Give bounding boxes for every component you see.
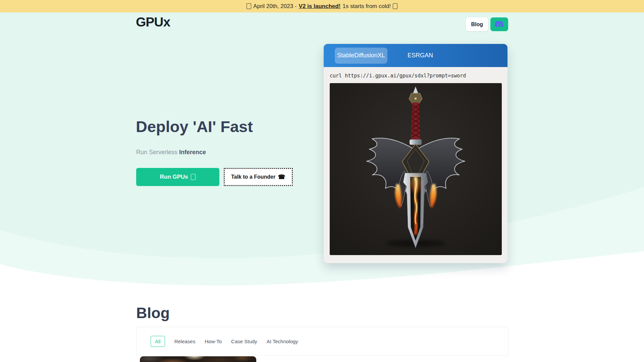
generated-sword-image [330,83,502,255]
blog-filter-bar: All Releases How-To Case Study AI Techno… [136,327,508,356]
filter-ai-technology[interactable]: AI Technology [267,339,298,344]
header-actions: Blog [466,17,508,31]
demo-card-body: curl https://i.gpux.ai/gpux/sdxl?prompt=… [324,67,507,255]
demo-card-tabs: StableDiffusionXL ESRGAN [324,44,507,67]
curl-command: curl https://i.gpux.ai/gpux/sdxl?prompt=… [330,73,501,79]
party-emoji-tofu-icon [247,3,251,9]
hero-background-curves [0,0,644,362]
banner-text-suffix: 1s starts from cold! [342,3,391,10]
hero-subtitle: Run Serverless Inference [136,149,206,156]
announcement-banner: April 20th, 2023 - V2 is launched! 1s st… [0,0,644,12]
tab-esrgan[interactable]: ESRGAN [400,52,440,59]
discord-button[interactable] [490,17,508,31]
filter-case-study[interactable]: Case Study [231,339,257,344]
talk-to-founder-button[interactable]: Talk to a Founder ☎ [224,168,293,186]
blog-button[interactable]: Blog [466,17,488,31]
rocket-emoji-tofu-icon [191,174,196,180]
talk-to-founder-label: Talk to a Founder [231,174,275,180]
hero-cta-row: Run GPUs Talk to a Founder ☎ [136,168,293,186]
filter-how-to[interactable]: How-To [205,339,222,344]
party-emoji-tofu-icon [393,3,397,9]
banner-text-prefix: April 20th, 2023 - [253,3,297,10]
discord-icon [495,21,504,28]
hero-title: Deploy 'AI' Fast [136,117,253,136]
tab-stablediffusionxl[interactable]: StableDiffusionXL [335,48,387,64]
v2-launched-link[interactable]: V2 is launched! [299,3,341,10]
gpux-landing-page: April 20th, 2023 - V2 is launched! 1s st… [0,0,644,362]
inference-demo-card: StableDiffusionXL ESRGAN curl https://i.… [324,44,507,263]
run-gpus-label: Run GPUs [160,174,188,180]
run-gpus-button[interactable]: Run GPUs [136,168,219,186]
gpux-logo[interactable]: GPUx [136,15,170,29]
filter-releases[interactable]: Releases [174,339,196,344]
telephone-icon: ☎ [278,173,285,181]
blog-section-title: Blog [136,304,170,322]
filter-all[interactable]: All [151,336,165,347]
hero-subtitle-bold: Inference [179,149,206,156]
hero-subtitle-regular: Run Serverless [136,149,177,156]
blog-post-thumbnail[interactable] [140,356,256,362]
